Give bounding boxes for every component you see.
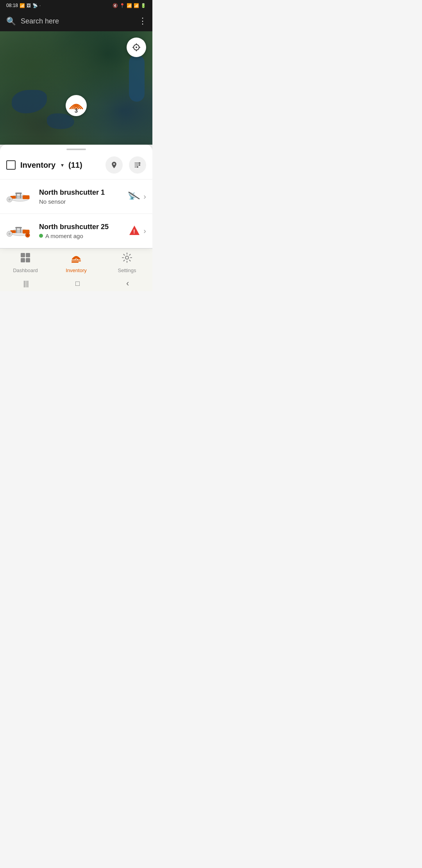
cluster-count: 3 <box>75 107 78 114</box>
settings-label: Settings <box>118 267 136 273</box>
bottom-nav: Dashboard Inventory Settings <box>0 248 152 276</box>
brushcutter-image-2 <box>6 221 34 241</box>
svg-point-1 <box>136 47 137 48</box>
search-icon: 🔍 <box>6 16 16 26</box>
svg-rect-26 <box>23 230 30 233</box>
time-display: 08:18 <box>6 3 18 8</box>
status-dot <box>39 234 43 238</box>
svg-rect-15 <box>23 195 30 199</box>
header-icons <box>106 156 146 174</box>
item-status-2: A moment ago <box>39 233 123 239</box>
svg-rect-40 <box>26 258 30 262</box>
svg-point-11 <box>139 164 140 166</box>
recents-button[interactable]: ||| <box>23 280 29 288</box>
item-status-1: No sensor <box>39 198 122 205</box>
location-pin-icon <box>110 161 118 169</box>
bottom-sheet: Inventory ▾ (11) <box>0 145 152 248</box>
home-button[interactable]: □ <box>75 280 80 288</box>
svg-point-12 <box>137 166 138 168</box>
grid-icon <box>20 252 31 263</box>
nav-item-inventory[interactable]: Inventory <box>51 252 102 273</box>
location-button[interactable] <box>127 38 146 57</box>
map-area[interactable]: 3 <box>0 31 152 145</box>
svg-rect-32 <box>15 227 22 228</box>
item-name-1: North brushcutter 1 <box>39 188 122 197</box>
list-item[interactable]: North brushcutter 25 A moment ago ! › <box>0 214 152 248</box>
back-button[interactable]: ‹ <box>126 278 129 289</box>
svg-rect-21 <box>15 192 22 194</box>
location-filter-button[interactable] <box>106 156 123 174</box>
search-bar: 🔍 Search here ⋮ <box>0 11 152 31</box>
cluster-marker[interactable]: 3 <box>64 94 88 117</box>
item-image-2 <box>6 220 34 242</box>
svg-rect-38 <box>26 253 30 257</box>
status-right: 🔇 📍 📶 📶 🔋 <box>113 3 146 8</box>
select-all-checkbox[interactable] <box>6 160 16 170</box>
svg-point-34 <box>27 234 29 236</box>
cluster-icon-container: 3 <box>66 95 87 116</box>
inventory-count: (11) <box>68 161 82 170</box>
list-icon <box>71 252 82 263</box>
wifi-icon: 📶 <box>127 3 132 8</box>
dropdown-arrow-icon[interactable]: ▾ <box>61 162 64 168</box>
nav-item-dashboard[interactable]: Dashboard <box>0 252 51 273</box>
wifi-icon-status: 📡 <box>32 3 38 8</box>
item-name-2: North brushcutter 25 <box>39 223 123 231</box>
svg-point-10 <box>139 162 140 164</box>
nav-item-settings[interactable]: Settings <box>102 252 152 273</box>
svg-point-29 <box>9 233 11 235</box>
chevron-right-icon: › <box>143 192 146 201</box>
no-sensor-icon: 📡 <box>128 191 140 202</box>
inventory-header: Inventory ▾ (11) <box>0 152 152 179</box>
item-icons-2: ! › <box>129 225 146 237</box>
svg-rect-37 <box>21 253 25 257</box>
sheet-handle-row <box>0 145 152 152</box>
item-info-2: North brushcutter 25 A moment ago <box>39 223 123 239</box>
warning-icon: ! <box>129 225 140 237</box>
no-sensor-svg-icon: 📡 <box>128 191 140 200</box>
android-nav-bar: ||| □ ‹ <box>0 276 152 291</box>
svg-point-41 <box>75 258 77 260</box>
gear-icon <box>122 252 132 263</box>
inventory-label: Inventory <box>20 161 55 170</box>
svg-point-44 <box>125 256 129 259</box>
inventory-label: Inventory <box>66 267 86 273</box>
battery-icon: 🔋 <box>141 3 146 8</box>
item-info-1: North brushcutter 1 No sensor <box>39 188 122 205</box>
signal-strength-icon: 📶 <box>134 3 139 8</box>
svg-text:!: ! <box>133 228 135 235</box>
dashboard-icon <box>20 252 31 266</box>
svg-rect-42 <box>72 260 81 262</box>
signal-icon: 📶 <box>20 3 25 8</box>
map-water-body-2 <box>129 55 145 102</box>
svg-point-18 <box>9 198 11 201</box>
status-bar: 08:18 📶 🖼 📡 · 🔇 📍 📶 📶 🔋 <box>0 0 152 11</box>
inventory-icon <box>71 252 82 266</box>
brushcutter-image-1 <box>6 187 34 206</box>
crosshair-icon <box>132 43 141 52</box>
svg-rect-39 <box>21 258 25 262</box>
warning-triangle-icon: ! <box>129 225 140 236</box>
mute-icon: 🔇 <box>113 3 118 8</box>
sheet-handle <box>66 149 86 150</box>
image-icon: 🖼 <box>27 3 31 8</box>
search-input[interactable]: Search here <box>21 17 134 25</box>
chevron-right-icon-2: › <box>143 226 146 235</box>
status-left: 08:18 📶 🖼 📡 · <box>6 3 41 8</box>
gps-icon: 📍 <box>120 3 125 8</box>
more-options-icon[interactable]: ⋮ <box>138 16 146 26</box>
svg-rect-43 <box>72 262 79 263</box>
item-image-1 <box>6 186 34 207</box>
filter-button[interactable] <box>129 156 146 174</box>
dot-icon: · <box>39 3 41 8</box>
settings-icon <box>122 252 132 266</box>
item-icons-1: 📡 › <box>128 191 146 202</box>
filter-icon <box>134 161 141 169</box>
list-item[interactable]: North brushcutter 1 No sensor 📡 › <box>0 179 152 214</box>
dashboard-label: Dashboard <box>13 267 38 273</box>
